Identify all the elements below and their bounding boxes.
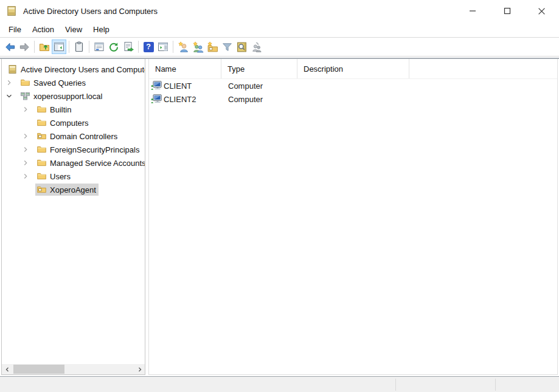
toolbar: ? bbox=[0, 38, 559, 57]
console-tree-pane: Active Directory Users and Computers Sav… bbox=[1, 59, 145, 375]
close-button[interactable] bbox=[524, 0, 559, 22]
find-objects-button[interactable] bbox=[234, 40, 249, 54]
refresh-icon bbox=[108, 41, 119, 52]
computer-type: Computer bbox=[221, 79, 297, 92]
new-organizational-unit-button[interactable] bbox=[205, 40, 220, 54]
window-title: Active Directory Users and Computers bbox=[23, 7, 158, 16]
menu-action[interactable]: Action bbox=[27, 23, 60, 36]
export-list-icon bbox=[123, 41, 134, 52]
help-button[interactable]: ? bbox=[141, 40, 156, 54]
status-bar-divider bbox=[395, 379, 396, 391]
export-list-button[interactable] bbox=[121, 40, 136, 54]
result-list-pane: Name Type Description CLIENT Computer bbox=[148, 59, 558, 375]
tree-item-xoperoagent[interactable]: XoperoAgent bbox=[2, 183, 145, 196]
chevron-down-icon[interactable] bbox=[3, 89, 19, 103]
menu-help[interactable]: Help bbox=[88, 23, 115, 36]
chevron-right-icon[interactable] bbox=[19, 143, 35, 156]
scrollbar-thumb[interactable] bbox=[13, 365, 64, 374]
add-to-group-icon bbox=[251, 41, 262, 53]
folder-icon bbox=[36, 105, 47, 114]
scrollbar-track[interactable] bbox=[12, 364, 134, 374]
tree-item-root[interactable]: Active Directory Users and Computers bbox=[2, 63, 145, 76]
show-hide-action-pane-button[interactable] bbox=[156, 40, 170, 54]
tree-item-computers[interactable]: Computers bbox=[2, 116, 145, 129]
list-header: Name Type Description bbox=[149, 59, 557, 79]
action-pane-icon bbox=[158, 41, 168, 52]
filter-icon bbox=[221, 41, 233, 53]
tree-item-users[interactable]: Users bbox=[2, 170, 145, 183]
organizational-unit-icon bbox=[36, 131, 47, 141]
maximize-button[interactable] bbox=[490, 0, 524, 22]
status-bar bbox=[0, 376, 559, 392]
properties-icon bbox=[94, 41, 105, 52]
chevron-right-icon[interactable] bbox=[19, 170, 35, 183]
console-tree-icon bbox=[54, 41, 64, 52]
tree-item-domain-controllers[interactable]: Domain Controllers bbox=[2, 129, 145, 143]
computer-name: CLIENT2 bbox=[164, 95, 196, 104]
list-row-client2[interactable]: CLIENT2 Computer bbox=[149, 92, 557, 106]
chevron-placeholder bbox=[19, 116, 35, 129]
folder-icon bbox=[20, 78, 30, 88]
chevron-right-icon[interactable] bbox=[19, 103, 35, 116]
scroll-left-arrow-icon[interactable] bbox=[2, 364, 12, 374]
toolbar-separator bbox=[89, 41, 89, 53]
app-icon bbox=[6, 5, 17, 16]
forward-button[interactable] bbox=[17, 40, 32, 54]
clipboard-button[interactable] bbox=[72, 40, 86, 54]
computer-description bbox=[297, 79, 409, 92]
tree-item-builtin[interactable]: Builtin bbox=[2, 103, 145, 116]
toolbar-separator bbox=[34, 41, 35, 53]
folder-icon bbox=[36, 158, 47, 168]
new-group-icon bbox=[192, 41, 204, 53]
chevron-right-icon[interactable] bbox=[3, 76, 19, 89]
scroll-right-arrow-icon[interactable] bbox=[134, 364, 145, 374]
title-bar: Active Directory Users and Computers bbox=[0, 0, 559, 22]
toolbar-separator bbox=[173, 41, 173, 53]
clipboard-icon bbox=[74, 41, 85, 52]
computer-name: CLIENT bbox=[164, 81, 192, 91]
tree-horizontal-scrollbar[interactable] bbox=[2, 364, 145, 374]
selected-tree-node[interactable]: XoperoAgent bbox=[35, 184, 99, 196]
list-row-client[interactable]: CLIENT Computer bbox=[149, 79, 557, 92]
folder-icon bbox=[36, 145, 47, 154]
chevron-placeholder bbox=[19, 183, 35, 196]
chevron-right-icon[interactable] bbox=[19, 129, 35, 143]
back-icon bbox=[4, 41, 16, 53]
folder-icon bbox=[36, 171, 47, 181]
minimize-button[interactable] bbox=[455, 0, 490, 22]
tree-item-saved-queries[interactable]: Saved Queries bbox=[2, 76, 145, 89]
new-group-button[interactable] bbox=[190, 40, 205, 54]
minimize-icon bbox=[469, 7, 476, 15]
menu-view[interactable]: View bbox=[60, 23, 88, 36]
properties-button[interactable] bbox=[92, 40, 106, 54]
menu-bar: File Action View Help bbox=[0, 22, 559, 38]
close-icon bbox=[538, 7, 546, 15]
column-header-description[interactable]: Description bbox=[297, 59, 409, 78]
help-icon: ? bbox=[144, 42, 154, 52]
new-user-button[interactable] bbox=[176, 40, 190, 54]
new-user-icon bbox=[178, 41, 189, 53]
tree-item-foreign-security-principals[interactable]: ForeignSecurityPrincipals bbox=[2, 143, 145, 156]
forward-icon bbox=[19, 41, 30, 53]
chevron-right-icon[interactable] bbox=[19, 156, 35, 170]
show-hide-console-tree-button[interactable] bbox=[52, 40, 66, 54]
refresh-button[interactable] bbox=[106, 40, 121, 54]
up-one-level-icon bbox=[39, 41, 50, 52]
column-header-name[interactable]: Name bbox=[149, 59, 221, 78]
folder-icon bbox=[36, 118, 47, 128]
computer-icon bbox=[151, 94, 162, 104]
toolbar-separator bbox=[138, 41, 139, 53]
new-ou-icon bbox=[207, 41, 218, 53]
add-to-group-button[interactable] bbox=[249, 40, 263, 54]
computer-description bbox=[297, 92, 409, 106]
menu-file[interactable]: File bbox=[3, 23, 27, 36]
computer-type: Computer bbox=[221, 92, 297, 106]
column-header-type[interactable]: Type bbox=[221, 59, 297, 78]
console-icon bbox=[7, 64, 18, 74]
toolbar-separator bbox=[69, 41, 69, 53]
back-button[interactable] bbox=[2, 40, 17, 54]
up-one-level-button[interactable] bbox=[37, 40, 52, 54]
tree-item-managed-service-accounts[interactable]: Managed Service Accounts bbox=[2, 156, 145, 170]
set-filter-button[interactable] bbox=[220, 40, 234, 54]
tree-item-domain[interactable]: xoperosupport.local bbox=[2, 89, 145, 103]
